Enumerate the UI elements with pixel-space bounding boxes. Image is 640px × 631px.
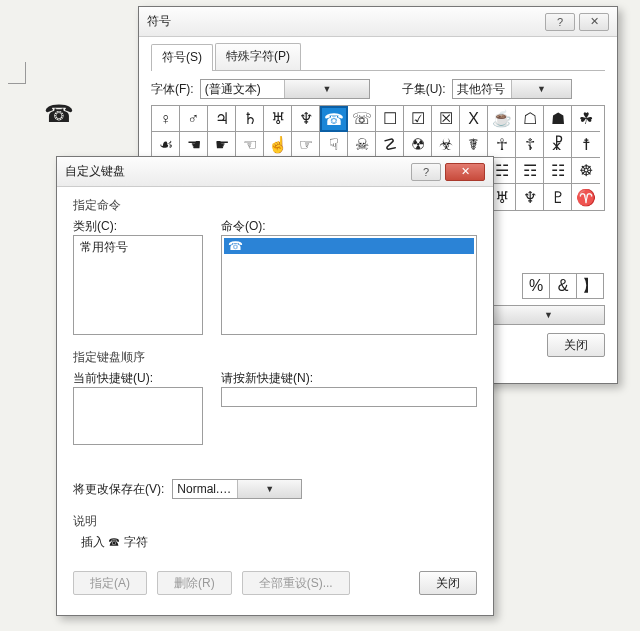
symbol-cell[interactable]: ☦ [516, 132, 544, 158]
chevron-down-icon[interactable]: ▼ [284, 80, 369, 98]
customize-keyboard-dialog: 自定义键盘 ? ✕ 指定命令 类别(C): 常用符号 命令(O): [56, 156, 494, 616]
symbol-cell[interactable]: ☷ [544, 158, 572, 184]
symbol-cell[interactable]: ☒ [432, 106, 460, 132]
subset-label: 子集(U): [402, 81, 446, 98]
save-in-value: Normal.dotm [173, 482, 237, 496]
symbol-cell[interactable]: ☤ [460, 132, 488, 158]
kb-close-button[interactable]: 关闭 [419, 571, 477, 595]
section-key-sequence: 指定键盘顺序 [73, 349, 477, 366]
symbol-cell[interactable]: ☚ [180, 132, 208, 158]
symbol-cell[interactable]: ☟ [320, 132, 348, 158]
command-item[interactable]: ☎ [224, 238, 474, 254]
help-button[interactable]: ? [545, 13, 575, 31]
symbol-cell[interactable]: ♄ [236, 106, 264, 132]
press-new-key-label: 请按新快捷键(N): [221, 370, 477, 387]
current-keys-listbox[interactable] [73, 387, 203, 445]
symbol-cell[interactable]: ☕ [488, 106, 516, 132]
category-listbox[interactable]: 常用符号 [73, 235, 203, 335]
recent-symbol-cell[interactable]: % [522, 273, 550, 299]
symbol-tabs: 符号(S) 特殊字符(P) [151, 43, 605, 71]
section-specify-command: 指定命令 [73, 197, 477, 214]
symbol-cell[interactable]: ☝ [264, 132, 292, 158]
current-keys-label: 当前快捷键(U): [73, 370, 203, 387]
chevron-down-icon[interactable]: ▼ [511, 80, 571, 98]
save-in-combo[interactable]: Normal.dotm ▼ [172, 479, 302, 499]
symbol-close-button[interactable]: 关闭 [547, 333, 605, 357]
chevron-down-icon[interactable]: ▼ [237, 480, 302, 498]
symbol-cell[interactable]: ♅ [264, 106, 292, 132]
symbol-title: 符号 [147, 13, 541, 30]
symbol-cell[interactable]: ♀ [152, 106, 180, 132]
delete-button: 删除(R) [157, 571, 232, 595]
command-listbox[interactable]: ☎ [221, 235, 477, 335]
symbol-cell[interactable]: ♂ [180, 106, 208, 132]
tab-symbols[interactable]: 符号(S) [151, 44, 213, 71]
description-text: 插入 ☎ 字符 [81, 534, 477, 551]
subset-combo[interactable]: 其他符号 ▼ [452, 79, 572, 99]
symbol-cell[interactable]: ☠ [348, 132, 376, 158]
symbol-cell[interactable]: ☞ [292, 132, 320, 158]
symbol-cell[interactable]: ☨ [572, 132, 600, 158]
reset-all-button: 全部重设(S)... [242, 571, 350, 595]
assign-button: 指定(A) [73, 571, 147, 595]
recent-symbol-cell[interactable]: 】 [576, 273, 604, 299]
press-new-key-input[interactable] [221, 387, 477, 407]
page-corner-marker [8, 62, 26, 84]
symbol-cell[interactable]: ☡ [376, 132, 404, 158]
font-combo[interactable]: (普通文本) ▼ [200, 79, 370, 99]
font-value: (普通文本) [201, 81, 285, 98]
close-button[interactable]: ✕ [445, 163, 485, 181]
symbol-cell[interactable]: ☎ [320, 106, 348, 132]
symbol-cell[interactable]: ☣ [432, 132, 460, 158]
symbol-cell[interactable]: ☸ [572, 158, 600, 184]
symbol-cell[interactable]: ☏ [348, 106, 376, 132]
font-label: 字体(F): [151, 81, 194, 98]
kb-title: 自定义键盘 [65, 163, 407, 180]
symbol-cell[interactable]: ☧ [544, 132, 572, 158]
help-button[interactable]: ? [411, 163, 441, 181]
symbol-cell[interactable]: ☢ [404, 132, 432, 158]
symbol-cell[interactable]: ♃ [208, 106, 236, 132]
close-button[interactable]: ✕ [579, 13, 609, 31]
symbol-cell[interactable]: ☑ [404, 106, 432, 132]
save-in-label: 将更改保存在(V): [73, 481, 164, 498]
category-label: 类别(C): [73, 218, 203, 235]
symbol-cell[interactable]: ☙ [152, 132, 180, 158]
document-phone-glyph: ☎ [44, 100, 74, 128]
chevron-down-icon[interactable]: ▼ [492, 306, 604, 324]
symbol-cell[interactable]: ☖ [516, 106, 544, 132]
subset-value: 其他符号 [453, 81, 512, 98]
symbol-cell[interactable]: ☥ [488, 132, 516, 158]
symbol-cell[interactable]: ☛ [208, 132, 236, 158]
symbol-cell[interactable]: ♇ [544, 184, 572, 210]
symbol-cell[interactable]: ♈ [572, 184, 600, 210]
symbol-cell[interactable]: ☜ [236, 132, 264, 158]
tab-special-chars[interactable]: 特殊字符(P) [215, 43, 301, 70]
symbol-cell[interactable]: ☶ [516, 158, 544, 184]
symbol-cell[interactable]: X [460, 106, 488, 132]
symbol-cell[interactable]: ♆ [292, 106, 320, 132]
symbol-cell[interactable]: ☘ [572, 106, 600, 132]
recent-symbol-cell[interactable]: & [549, 273, 577, 299]
symbol-cell[interactable]: ♆ [516, 184, 544, 210]
category-item[interactable]: 常用符号 [76, 238, 200, 257]
command-label: 命令(O): [221, 218, 477, 235]
section-description: 说明 [73, 513, 477, 530]
symbol-cell[interactable]: ☐ [376, 106, 404, 132]
kb-titlebar: 自定义键盘 ? ✕ [57, 157, 493, 187]
symbol-cell[interactable]: ☗ [544, 106, 572, 132]
symbol-titlebar: 符号 ? ✕ [139, 7, 617, 37]
